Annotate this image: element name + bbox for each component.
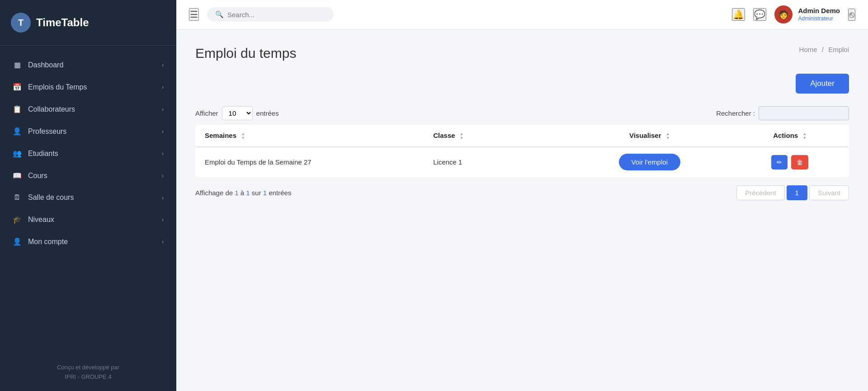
sort-icon-actions[interactable]: ▲▼ [802, 132, 807, 140]
table-controls: Afficher 10 25 50 100 entrées Rechercher… [195, 106, 849, 120]
action-buttons-0: ✏ 🗑 [740, 155, 840, 170]
sort-icon-visualiser[interactable]: ▲▼ [666, 132, 670, 140]
pagination-prefix: Affichage de [195, 189, 233, 197]
logout-button[interactable]: ⎋ [848, 9, 855, 21]
sidebar-item-mon-compte[interactable]: 👤 Mon compte › [0, 231, 176, 253]
nav-label-dashboard: Dashboard [28, 61, 63, 69]
nav-icon-mon-compte: 👤 [13, 237, 22, 246]
chevron-icon-etudiants: › [162, 150, 164, 157]
sidebar: T TimeTable ▦ Dashboard › 📅 Emplois du T… [0, 0, 176, 391]
nav-label-emplois-du-temps: Emplois du Temps [28, 83, 87, 91]
user-menu[interactable]: 🧑 Admin Demo Administrateur [774, 5, 840, 24]
nav-item-left-collaborateurs: 📋 Collaborateurs [13, 105, 75, 113]
user-role: Administrateur [798, 15, 840, 23]
nav-item-left-dashboard: ▦ Dashboard [13, 61, 63, 69]
search-input[interactable] [227, 11, 318, 19]
entries-select[interactable]: 10 25 50 100 [222, 106, 253, 120]
app-title: TimeTable [36, 16, 89, 29]
sidebar-item-salle-de-cours[interactable]: 🗓 Salle de cours › [0, 187, 176, 208]
pagination-info: Affichage de 1 à 1 sur 1 entrées [195, 189, 291, 197]
nav-label-collaborateurs: Collaborateurs [28, 105, 75, 113]
pagination-sur: sur [252, 189, 261, 197]
nav-icon-collaborateurs: 📋 [13, 105, 22, 113]
app-logo: T [11, 13, 31, 33]
delete-button-0[interactable]: 🗑 [791, 155, 808, 170]
breadcrumb-home: Home [799, 46, 817, 53]
entries-label: entrées [256, 109, 279, 117]
data-table: Semaines ▲▼ Classe ▲▼ Visualiser [195, 125, 849, 177]
main-area: ☰ 🔍 🔔 💬 🧑 Admin Demo Administrateur ⎋ Em… [176, 0, 868, 391]
edit-button-0[interactable]: ✏ [771, 155, 788, 170]
sidebar-item-niveaux[interactable]: 🎓 Niveaux › [0, 208, 176, 231]
nav-label-niveaux: Niveaux [28, 216, 54, 224]
breadcrumb-separator: / [822, 46, 824, 53]
sidebar-item-collaborateurs[interactable]: 📋 Collaborateurs › [0, 98, 176, 120]
footer-line1: Conçu et développé par [9, 363, 167, 372]
nav-item-left-mon-compte: 👤 Mon compte [13, 237, 68, 246]
voir-emploi-button-0[interactable]: Voir l'emploi [619, 154, 680, 170]
sort-icon-semaines[interactable]: ▲▼ [241, 132, 245, 140]
chevron-icon-dashboard: › [162, 61, 164, 68]
filter-input[interactable] [759, 106, 849, 120]
nav-item-left-professeurs: 👤 Professeurs [13, 127, 66, 136]
sidebar-item-dashboard[interactable]: ▦ Dashboard › [0, 54, 176, 76]
search-icon: 🔍 [215, 10, 224, 19]
topbar-icons: 🔔 💬 🧑 Admin Demo Administrateur ⎋ [732, 5, 855, 24]
cell-semaines-0: Emploi du Temps de la Semaine 27 [196, 147, 425, 177]
nav-item-left-emplois-du-temps: 📅 Emplois du Temps [13, 83, 87, 91]
sort-icon-classe[interactable]: ▲▼ [460, 132, 464, 140]
nav-icon-salle-de-cours: 🗓 [13, 193, 22, 202]
avatar: 🧑 [774, 5, 793, 24]
nav-item-left-cours: 📖 Cours [13, 171, 47, 180]
prev-page-button[interactable]: Précédent [736, 185, 784, 200]
pagination-total: 1 [263, 189, 267, 197]
pagination-buttons: Précédent 1 Suivant [736, 185, 849, 200]
add-button[interactable]: Ajouter [796, 74, 849, 94]
nav-label-cours: Cours [28, 172, 47, 180]
pagination-to-label: à [241, 189, 244, 197]
notification-bell-button[interactable]: 🔔 [732, 8, 745, 21]
pagination-from: 1 [235, 189, 238, 197]
page-content: Emploi du temps Home / Emploi Ajouter Af… [176, 29, 868, 391]
nav-item-left-niveaux: 🎓 Niveaux [13, 215, 54, 224]
col-header-semaines: Semaines ▲▼ [196, 125, 425, 147]
cell-actions-0: ✏ 🗑 [731, 147, 849, 177]
chevron-icon-niveaux: › [162, 216, 164, 223]
show-label: Afficher [195, 109, 218, 117]
sidebar-item-professeurs[interactable]: 👤 Professeurs › [0, 120, 176, 142]
col-header-actions: Actions ▲▼ [731, 125, 849, 147]
nav-icon-emplois-du-temps: 📅 [13, 83, 22, 91]
nav-icon-dashboard: ▦ [13, 61, 22, 69]
user-name: Admin Demo [798, 6, 840, 15]
search-box: 🔍 [207, 7, 334, 22]
nav-icon-etudiants: 👥 [13, 149, 22, 158]
show-entries-control: Afficher 10 25 50 100 entrées [195, 106, 279, 120]
next-page-button[interactable]: Suivant [809, 185, 849, 200]
search-filter-label: Rechercher : [716, 109, 755, 117]
sidebar-footer: Conçu et développé par IFRI - GROUPE 4 [0, 354, 176, 391]
chevron-icon-professeurs: › [162, 128, 164, 135]
sidebar-item-etudiants[interactable]: 👥 Etudiants › [0, 142, 176, 165]
nav-label-salle-de-cours: Salle de cours [28, 193, 74, 202]
chevron-icon-cours: › [162, 172, 164, 179]
sidebar-nav: ▦ Dashboard › 📅 Emplois du Temps › 📋 Col… [0, 46, 176, 354]
chevron-icon-mon-compte: › [162, 238, 164, 245]
nav-icon-niveaux: 🎓 [13, 215, 22, 224]
nav-item-left-salle-de-cours: 🗓 Salle de cours [13, 193, 74, 202]
page-title: Emploi du temps [195, 46, 296, 61]
chat-bubble-button[interactable]: 💬 [753, 8, 766, 21]
breadcrumb: Home / Emploi [799, 46, 849, 53]
nav-icon-cours: 📖 [13, 171, 22, 180]
nav-label-professeurs: Professeurs [28, 127, 66, 136]
user-info: Admin Demo Administrateur [798, 6, 840, 22]
nav-icon-professeurs: 👤 [13, 127, 22, 136]
page-header: Emploi du temps Home / Emploi [195, 46, 849, 61]
chevron-icon-salle-de-cours: › [162, 194, 164, 201]
footer-line2: IFRI - GROUPE 4 [9, 372, 167, 382]
sidebar-item-cours[interactable]: 📖 Cours › [0, 165, 176, 187]
pagination-to: 1 [246, 189, 250, 197]
hamburger-button[interactable]: ☰ [189, 8, 199, 21]
page-1-button[interactable]: 1 [787, 185, 807, 200]
topbar: ☰ 🔍 🔔 💬 🧑 Admin Demo Administrateur ⎋ [176, 0, 868, 29]
sidebar-item-emplois-du-temps[interactable]: 📅 Emplois du Temps › [0, 76, 176, 98]
